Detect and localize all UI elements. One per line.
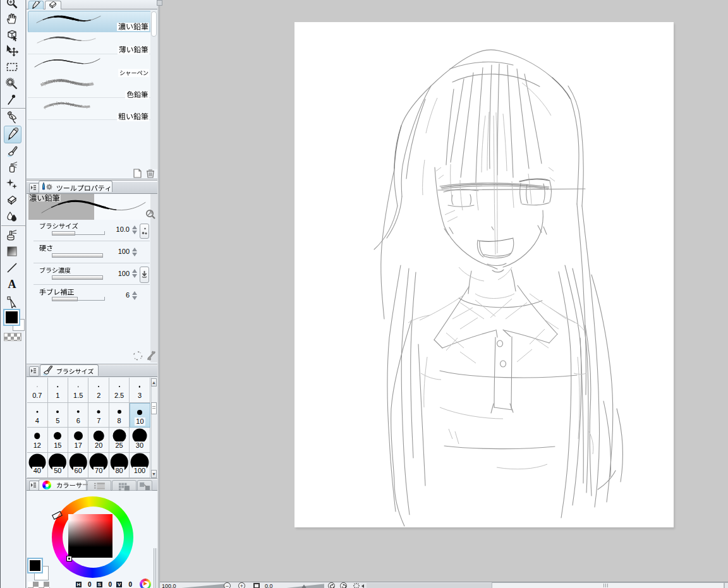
svg-text:A: A xyxy=(8,278,16,291)
